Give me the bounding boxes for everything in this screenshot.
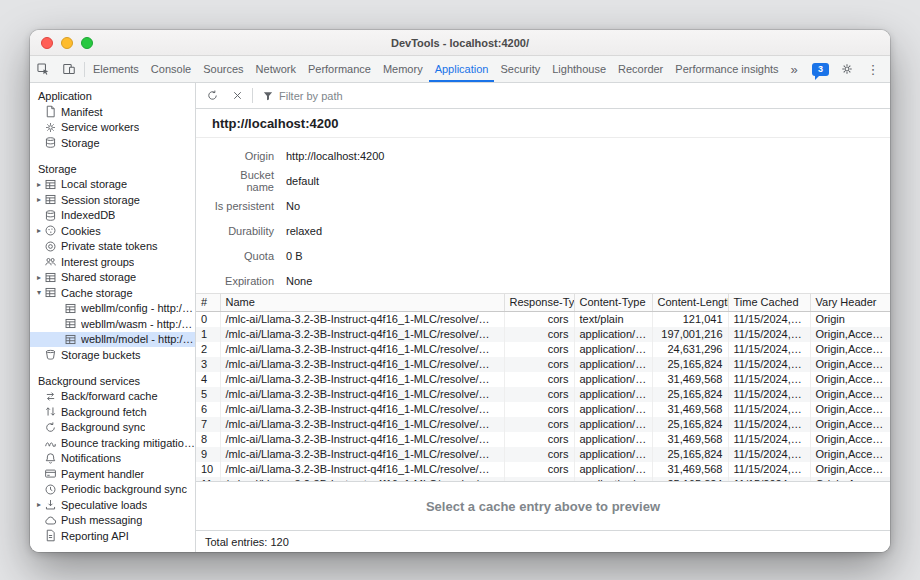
storage-icon [44, 136, 57, 149]
sidebar-section-header-storage[interactable]: Storage [30, 161, 195, 177]
more-tabs-button[interactable]: » [781, 62, 807, 77]
tabbar-actions: » 3 ⋮ [781, 56, 890, 82]
column-header-time-cached[interactable]: Time Cached [728, 294, 810, 311]
settings-gear-icon[interactable] [834, 62, 860, 76]
inspect-icon[interactable] [30, 56, 56, 82]
tab-lighthouse[interactable]: Lighthouse [546, 56, 612, 82]
tab-security[interactable]: Security [494, 56, 546, 82]
column-header-content-type[interactable]: Content-Type [574, 294, 652, 311]
chevron-right-icon[interactable]: ▸ [34, 500, 44, 509]
chevron-right-icon[interactable]: ▸ [34, 273, 44, 282]
filter-input[interactable] [279, 90, 409, 102]
toolbar-separator [84, 62, 85, 77]
metadata-row: Durabilityrelaxed [212, 218, 874, 243]
metadata-row: Bucket namedefault [212, 168, 874, 193]
column-header-hash[interactable]: # [196, 294, 220, 311]
sidebar: ApplicationManifestService workersStorag… [30, 83, 196, 552]
cell: 8 [196, 432, 220, 447]
close-button[interactable] [41, 37, 53, 49]
sidebar-item-storage-buckets[interactable]: Storage buckets [30, 347, 195, 363]
column-header-vary-header[interactable]: Vary Header [810, 294, 890, 311]
sidebar-item-webllm-model-http-loc[interactable]: webllm/model - http://loc… [30, 332, 195, 348]
column-header-content-length[interactable]: Content-Length [652, 294, 728, 311]
sidebar-item-service-workers[interactable]: Service workers [30, 120, 195, 136]
sidebar-item-periodic-background-sync[interactable]: Periodic background sync [30, 482, 195, 498]
messages-badge[interactable]: 3 [812, 63, 829, 76]
sidebar-item-background-sync[interactable]: Background sync [30, 420, 195, 436]
sidebar-item-storage[interactable]: Storage [30, 135, 195, 151]
table-row[interactable]: 2/mlc-ai/Llama-3.2-3B-Instruct-q4f16_1-M… [196, 342, 890, 357]
sidebar-item-speculative-loads[interactable]: ▸Speculative loads [30, 497, 195, 513]
table-row[interactable]: 8/mlc-ai/Llama-3.2-3B-Instruct-q4f16_1-M… [196, 432, 890, 447]
table-row[interactable]: 1/mlc-ai/Llama-3.2-3B-Instruct-q4f16_1-M… [196, 327, 890, 342]
tab-performance-insights[interactable]: Performance insights [669, 56, 781, 82]
table-row[interactable]: 5/mlc-ai/Llama-3.2-3B-Instruct-q4f16_1-M… [196, 387, 890, 402]
table-row[interactable]: 9/mlc-ai/Llama-3.2-3B-Instruct-q4f16_1-M… [196, 447, 890, 462]
table-row[interactable]: 0/mlc-ai/Llama-3.2-3B-Instruct-q4f16_1-M… [196, 311, 890, 327]
cell: cors [504, 342, 574, 357]
metadata-value: http://localhost:4200 [286, 150, 384, 162]
cell: cors [504, 387, 574, 402]
sidebar-section-header-background-services[interactable]: Background services [30, 373, 195, 389]
column-header-response-type[interactable]: Response-Type [504, 294, 574, 311]
sidebar-item-manifest[interactable]: Manifest [30, 104, 195, 120]
sidebar-item-local-storage[interactable]: ▸Local storage [30, 177, 195, 193]
sidebar-item-session-storage[interactable]: ▸Session storage [30, 192, 195, 208]
cell: 11/15/2024, 10… [728, 311, 810, 327]
sidebar-item-webllm-wasm-http-loca[interactable]: webllm/wasm - http://loca… [30, 316, 195, 332]
device-toolbar-icon[interactable] [56, 56, 82, 82]
chevron-right-icon[interactable]: ▸ [34, 195, 44, 204]
sidebar-item-label: webllm/config - http://loc… [81, 302, 195, 314]
chevron-down-icon[interactable]: ▾ [34, 288, 44, 297]
sidebar-item-push-messaging[interactable]: Push messaging [30, 513, 195, 529]
cell: cors [504, 327, 574, 342]
grid-header-row: #NameResponse-TypeContent-TypeContent-Le… [196, 294, 890, 311]
sidebar-item-payment-handler[interactable]: Payment handler [30, 466, 195, 482]
cell: 121,041 [652, 311, 728, 327]
sidebar-item-webllm-config-http-loc[interactable]: webllm/config - http://loc… [30, 301, 195, 317]
sidebar-item-cache-storage[interactable]: ▾Cache storage [30, 285, 195, 301]
sidebar-item-bounce-tracking-mitigations[interactable]: Bounce tracking mitigations [30, 435, 195, 451]
sidebar-item-cookies[interactable]: ▸Cookies [30, 223, 195, 239]
metadata-label: Quota [212, 250, 274, 262]
cell: application/oc… [574, 387, 652, 402]
table-row[interactable]: 3/mlc-ai/Llama-3.2-3B-Instruct-q4f16_1-M… [196, 357, 890, 372]
kebab-menu-icon[interactable]: ⋮ [860, 62, 886, 77]
tab-console[interactable]: Console [145, 56, 197, 82]
tab-label: Recorder [618, 63, 663, 75]
application-panel: http://localhost:4200 Originhttp://local… [196, 83, 890, 552]
table-icon [64, 302, 77, 315]
cell: /mlc-ai/Llama-3.2-3B-Instruct-q4f16_1-ML… [220, 327, 504, 342]
tab-application[interactable]: Application [429, 56, 495, 82]
refresh-icon[interactable] [200, 85, 224, 107]
sidebar-section-header-application[interactable]: Application [30, 88, 195, 104]
tab-memory[interactable]: Memory [377, 56, 429, 82]
tab-recorder[interactable]: Recorder [612, 56, 669, 82]
sidebar-item-interest-groups[interactable]: Interest groups [30, 254, 195, 270]
metadata-label: Origin [212, 150, 274, 162]
column-header-name[interactable]: Name [220, 294, 504, 311]
tab-elements[interactable]: Elements [87, 56, 145, 82]
chevron-right-icon[interactable]: ▸ [34, 180, 44, 189]
cache-toolbar [196, 83, 890, 109]
sidebar-item-notifications[interactable]: Notifications [30, 451, 195, 467]
minimize-button[interactable] [61, 37, 73, 49]
sidebar-item-private-state-tokens[interactable]: Private state tokens [30, 239, 195, 255]
tab-network[interactable]: Network [250, 56, 302, 82]
table-row[interactable]: 6/mlc-ai/Llama-3.2-3B-Instruct-q4f16_1-M… [196, 402, 890, 417]
sidebar-item-indexeddb[interactable]: IndexedDB [30, 208, 195, 224]
tab-label: Security [500, 63, 540, 75]
table-row[interactable]: 7/mlc-ai/Llama-3.2-3B-Instruct-q4f16_1-M… [196, 417, 890, 432]
tab-performance[interactable]: Performance [302, 56, 377, 82]
tab-sources[interactable]: Sources [197, 56, 249, 82]
sidebar-item-background-fetch[interactable]: Background fetch [30, 404, 195, 420]
table-row[interactable]: 4/mlc-ai/Llama-3.2-3B-Instruct-q4f16_1-M… [196, 372, 890, 387]
delete-selected-icon[interactable] [225, 85, 249, 107]
chevron-right-icon[interactable]: ▸ [34, 226, 44, 235]
metadata-value: 0 B [286, 250, 303, 262]
table-row[interactable]: 10/mlc-ai/Llama-3.2-3B-Instruct-q4f16_1-… [196, 462, 890, 477]
sidebar-item-shared-storage[interactable]: ▸Shared storage [30, 270, 195, 286]
sidebar-item-back-forward-cache[interactable]: Back/forward cache [30, 389, 195, 405]
sidebar-item-reporting-api[interactable]: Reporting API [30, 528, 195, 544]
zoom-button[interactable] [81, 37, 93, 49]
